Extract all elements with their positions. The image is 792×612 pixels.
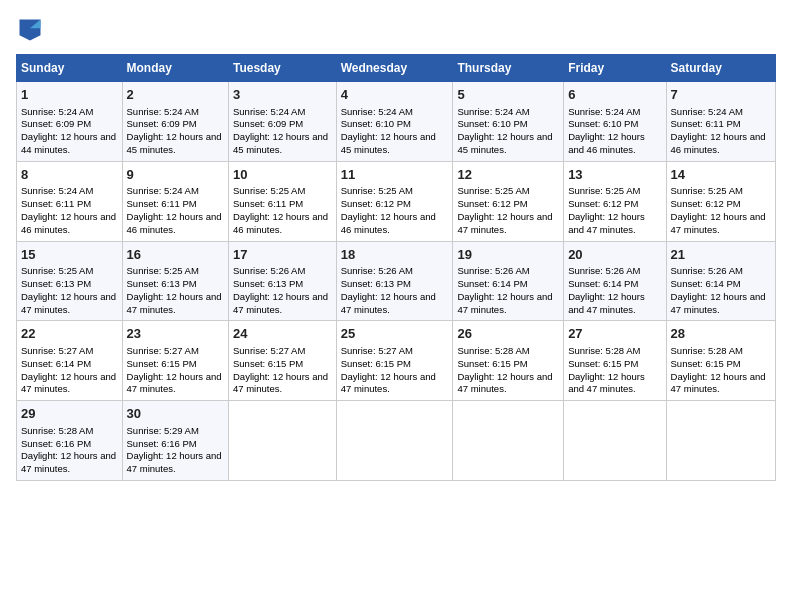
header-day: Saturday: [666, 55, 775, 82]
day-number: 30: [127, 405, 224, 423]
calendar-cell: 10Sunrise: 5:25 AMSunset: 6:11 PMDayligh…: [229, 161, 337, 241]
logo-icon: [16, 16, 44, 44]
sunset-text: Sunset: 6:12 PM: [457, 198, 559, 211]
daylight-text: Daylight: 12 hours and 47 minutes.: [457, 211, 559, 237]
calendar-cell: 15Sunrise: 5:25 AMSunset: 6:13 PMDayligh…: [17, 241, 123, 321]
sunset-text: Sunset: 6:13 PM: [21, 278, 118, 291]
sunrise-text: Sunrise: 5:26 AM: [233, 265, 332, 278]
sunrise-text: Sunrise: 5:24 AM: [671, 106, 771, 119]
sunset-text: Sunset: 6:10 PM: [457, 118, 559, 131]
sunrise-text: Sunrise: 5:24 AM: [127, 106, 224, 119]
day-number: 17: [233, 246, 332, 264]
calendar-cell: [564, 401, 666, 481]
sunrise-text: Sunrise: 5:25 AM: [568, 185, 661, 198]
sunset-text: Sunset: 6:15 PM: [233, 358, 332, 371]
day-number: 15: [21, 246, 118, 264]
daylight-text: Daylight: 12 hours and 47 minutes.: [127, 371, 224, 397]
daylight-text: Daylight: 12 hours and 47 minutes.: [568, 291, 661, 317]
sunrise-text: Sunrise: 5:25 AM: [671, 185, 771, 198]
calendar-cell: 23Sunrise: 5:27 AMSunset: 6:15 PMDayligh…: [122, 321, 228, 401]
calendar-cell: 1Sunrise: 5:24 AMSunset: 6:09 PMDaylight…: [17, 82, 123, 162]
day-number: 23: [127, 325, 224, 343]
calendar-cell: 20Sunrise: 5:26 AMSunset: 6:14 PMDayligh…: [564, 241, 666, 321]
calendar-cell: [453, 401, 564, 481]
calendar-week-row: 22Sunrise: 5:27 AMSunset: 6:14 PMDayligh…: [17, 321, 776, 401]
sunset-text: Sunset: 6:11 PM: [671, 118, 771, 131]
sunset-text: Sunset: 6:14 PM: [457, 278, 559, 291]
day-number: 4: [341, 86, 449, 104]
sunrise-text: Sunrise: 5:25 AM: [127, 265, 224, 278]
day-number: 24: [233, 325, 332, 343]
sunset-text: Sunset: 6:09 PM: [233, 118, 332, 131]
day-number: 9: [127, 166, 224, 184]
sunrise-text: Sunrise: 5:24 AM: [568, 106, 661, 119]
sunrise-text: Sunrise: 5:24 AM: [21, 106, 118, 119]
sunrise-text: Sunrise: 5:28 AM: [568, 345, 661, 358]
sunset-text: Sunset: 6:14 PM: [21, 358, 118, 371]
calendar-cell: 3Sunrise: 5:24 AMSunset: 6:09 PMDaylight…: [229, 82, 337, 162]
sunrise-text: Sunrise: 5:27 AM: [233, 345, 332, 358]
sunset-text: Sunset: 6:10 PM: [568, 118, 661, 131]
sunset-text: Sunset: 6:13 PM: [127, 278, 224, 291]
sunset-text: Sunset: 6:14 PM: [568, 278, 661, 291]
day-number: 8: [21, 166, 118, 184]
day-number: 20: [568, 246, 661, 264]
day-number: 27: [568, 325, 661, 343]
calendar-cell: 19Sunrise: 5:26 AMSunset: 6:14 PMDayligh…: [453, 241, 564, 321]
day-number: 22: [21, 325, 118, 343]
calendar-cell: [336, 401, 453, 481]
sunrise-text: Sunrise: 5:24 AM: [341, 106, 449, 119]
calendar-cell: [229, 401, 337, 481]
calendar-cell: 25Sunrise: 5:27 AMSunset: 6:15 PMDayligh…: [336, 321, 453, 401]
sunrise-text: Sunrise: 5:28 AM: [457, 345, 559, 358]
daylight-text: Daylight: 12 hours and 46 minutes.: [341, 211, 449, 237]
sunrise-text: Sunrise: 5:28 AM: [21, 425, 118, 438]
calendar-cell: 29Sunrise: 5:28 AMSunset: 6:16 PMDayligh…: [17, 401, 123, 481]
calendar-cell: 2Sunrise: 5:24 AMSunset: 6:09 PMDaylight…: [122, 82, 228, 162]
calendar-table: SundayMondayTuesdayWednesdayThursdayFrid…: [16, 54, 776, 481]
logo: [16, 16, 48, 44]
sunset-text: Sunset: 6:16 PM: [21, 438, 118, 451]
day-number: 25: [341, 325, 449, 343]
calendar-cell: 24Sunrise: 5:27 AMSunset: 6:15 PMDayligh…: [229, 321, 337, 401]
header: [16, 16, 776, 44]
sunrise-text: Sunrise: 5:27 AM: [127, 345, 224, 358]
header-day: Thursday: [453, 55, 564, 82]
sunrise-text: Sunrise: 5:26 AM: [568, 265, 661, 278]
sunset-text: Sunset: 6:11 PM: [21, 198, 118, 211]
header-day: Friday: [564, 55, 666, 82]
sunrise-text: Sunrise: 5:28 AM: [671, 345, 771, 358]
daylight-text: Daylight: 12 hours and 45 minutes.: [457, 131, 559, 157]
daylight-text: Daylight: 12 hours and 47 minutes.: [568, 211, 661, 237]
calendar-cell: 27Sunrise: 5:28 AMSunset: 6:15 PMDayligh…: [564, 321, 666, 401]
sunset-text: Sunset: 6:09 PM: [127, 118, 224, 131]
sunset-text: Sunset: 6:12 PM: [568, 198, 661, 211]
calendar-cell: 16Sunrise: 5:25 AMSunset: 6:13 PMDayligh…: [122, 241, 228, 321]
calendar-cell: 18Sunrise: 5:26 AMSunset: 6:13 PMDayligh…: [336, 241, 453, 321]
day-number: 2: [127, 86, 224, 104]
sunset-text: Sunset: 6:14 PM: [671, 278, 771, 291]
daylight-text: Daylight: 12 hours and 47 minutes.: [127, 291, 224, 317]
daylight-text: Daylight: 12 hours and 45 minutes.: [127, 131, 224, 157]
header-day: Tuesday: [229, 55, 337, 82]
day-number: 3: [233, 86, 332, 104]
daylight-text: Daylight: 12 hours and 46 minutes.: [233, 211, 332, 237]
daylight-text: Daylight: 12 hours and 46 minutes.: [127, 211, 224, 237]
daylight-text: Daylight: 12 hours and 46 minutes.: [671, 131, 771, 157]
day-number: 12: [457, 166, 559, 184]
day-number: 26: [457, 325, 559, 343]
calendar-week-row: 8Sunrise: 5:24 AMSunset: 6:11 PMDaylight…: [17, 161, 776, 241]
day-number: 14: [671, 166, 771, 184]
day-number: 16: [127, 246, 224, 264]
calendar-cell: 22Sunrise: 5:27 AMSunset: 6:14 PMDayligh…: [17, 321, 123, 401]
day-number: 6: [568, 86, 661, 104]
calendar-cell: 8Sunrise: 5:24 AMSunset: 6:11 PMDaylight…: [17, 161, 123, 241]
daylight-text: Daylight: 12 hours and 47 minutes.: [671, 291, 771, 317]
daylight-text: Daylight: 12 hours and 47 minutes.: [21, 371, 118, 397]
sunrise-text: Sunrise: 5:25 AM: [341, 185, 449, 198]
day-number: 29: [21, 405, 118, 423]
sunrise-text: Sunrise: 5:24 AM: [127, 185, 224, 198]
calendar-cell: [666, 401, 775, 481]
sunrise-text: Sunrise: 5:24 AM: [233, 106, 332, 119]
header-day: Monday: [122, 55, 228, 82]
